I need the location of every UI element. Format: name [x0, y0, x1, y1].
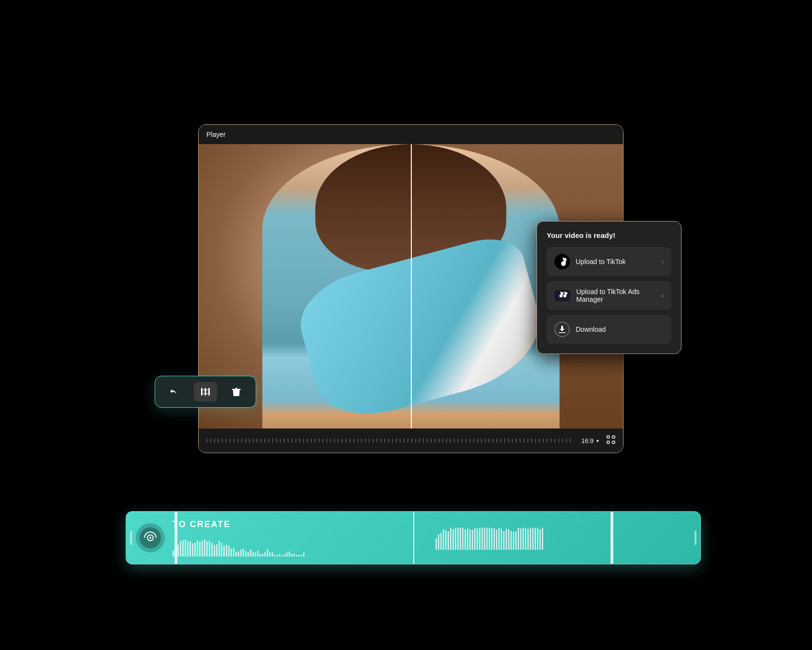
svg-rect-1 — [612, 436, 615, 438]
waveform-bar — [281, 555, 283, 557]
audio-content: TO CREATE — [173, 519, 428, 557]
waveform-bar — [286, 552, 288, 556]
waveform-bar — [464, 529, 466, 550]
waveform-bar — [518, 528, 519, 550]
svg-rect-2 — [607, 441, 609, 443]
waveform-bar — [515, 531, 517, 550]
waveform-bar — [510, 531, 512, 550]
fullscreen-button[interactable] — [607, 435, 615, 446]
waveform-bar — [260, 554, 261, 557]
waveform-bar — [472, 530, 473, 550]
upload-tiktok-label: Upload to TikTok — [576, 258, 626, 266]
svg-rect-4 — [201, 388, 203, 396]
waveform-bar — [496, 530, 497, 550]
undo-button[interactable] — [165, 382, 184, 401]
waveform-bar — [262, 554, 263, 557]
waveform-bar — [469, 529, 471, 550]
upload-tiktok-ads-label: Upload to TikTok Ads Manager — [576, 288, 661, 303]
split-button[interactable] — [194, 382, 217, 401]
timeline-strip[interactable] — [206, 439, 574, 443]
waveform-bar — [267, 549, 268, 557]
waveform-bar — [479, 528, 480, 550]
waveform-bar — [211, 543, 213, 557]
delete-button[interactable] — [227, 382, 246, 401]
video-ready-popup: Your video is ready! Upload to TikTok › — [536, 221, 682, 354]
waveform-bar — [452, 529, 454, 550]
waveform-bar — [187, 541, 188, 557]
svg-rect-6 — [205, 388, 206, 396]
waveform-bar — [484, 528, 485, 550]
chevron-down-icon: ▾ — [596, 438, 599, 443]
aspect-ratio-value: 16:9 — [581, 437, 594, 444]
waveform-bar — [177, 545, 179, 557]
waveform-bar — [508, 529, 509, 550]
waveform-bar — [435, 538, 437, 550]
waveform-bar — [535, 528, 536, 550]
waveform-bar — [218, 541, 220, 556]
waveform-bar — [520, 528, 522, 550]
waveform-bar — [467, 528, 468, 550]
tiktok-icon — [554, 254, 570, 269]
waveform-bar — [462, 528, 464, 550]
waveform-bar — [235, 551, 237, 556]
svg-rect-5 — [208, 388, 210, 396]
download-button[interactable]: Download — [547, 315, 671, 344]
waveform-bar — [274, 555, 276, 557]
waveform-bar — [272, 552, 273, 556]
waveform-bar — [460, 528, 461, 550]
tiktok-ads-arrow-icon: › — [661, 292, 664, 299]
waveform-bar — [498, 528, 500, 550]
waveform-bar — [204, 539, 205, 556]
waveform-bar — [489, 528, 490, 550]
waveform-bar — [182, 540, 184, 557]
player-bottom-bar: 16:9 ▾ — [199, 428, 623, 453]
download-label: Download — [576, 325, 606, 333]
waveform-bar — [252, 552, 254, 556]
trim-handle-right[interactable] — [610, 512, 613, 564]
waveform-bar — [438, 534, 439, 550]
waveform-bar — [525, 528, 526, 550]
edit-toolbar — [155, 376, 256, 408]
waveform-bar — [450, 528, 451, 550]
waveform-bar — [173, 550, 174, 556]
waveform-bar — [194, 543, 196, 556]
waveform-bar — [245, 551, 246, 556]
waveform-bar — [231, 548, 232, 557]
svg-rect-3 — [612, 441, 615, 443]
trim-handle-left[interactable] — [174, 512, 177, 564]
waveform-bar — [243, 548, 244, 557]
audio-playhead — [413, 511, 414, 564]
waveform-bar — [284, 554, 285, 556]
waveform-bar — [221, 543, 222, 556]
upload-tiktok-button[interactable]: Upload to TikTok › — [547, 247, 671, 276]
download-icon — [554, 322, 570, 337]
audio-logo-icon — [140, 527, 161, 548]
tiktok-ads-icon — [554, 290, 570, 301]
waveform-bar — [455, 528, 456, 550]
video-playhead — [411, 144, 412, 428]
waveform-bar — [192, 543, 193, 557]
aspect-ratio-selector[interactable]: 16:9 ▾ — [581, 437, 599, 444]
waveform-bar — [293, 553, 295, 556]
waveform-bar — [503, 531, 505, 550]
waveform-bar — [527, 529, 529, 550]
audio-track-right-handle[interactable] — [695, 531, 696, 545]
waveform-display — [173, 532, 428, 557]
waveform-bar — [486, 528, 488, 550]
waveform-bar — [228, 546, 230, 556]
waveform-bar — [530, 528, 531, 550]
waveform-right — [435, 526, 691, 550]
audio-track-left-handle[interactable] — [130, 531, 132, 545]
waveform-bar — [443, 529, 444, 550]
waveform-bar — [539, 529, 541, 550]
waveform-bar — [513, 532, 514, 550]
waveform-bar — [238, 551, 239, 557]
waveform-bar — [522, 528, 524, 550]
waveform-bar — [223, 546, 225, 557]
waveform-bar — [291, 554, 292, 556]
audio-title: TO CREATE — [173, 519, 428, 530]
waveform-bar — [477, 528, 478, 550]
upload-tiktok-ads-button[interactable]: Upload to TikTok Ads Manager › — [547, 281, 671, 310]
tiktok-arrow-icon: › — [661, 258, 664, 266]
waveform-bar — [491, 528, 493, 550]
